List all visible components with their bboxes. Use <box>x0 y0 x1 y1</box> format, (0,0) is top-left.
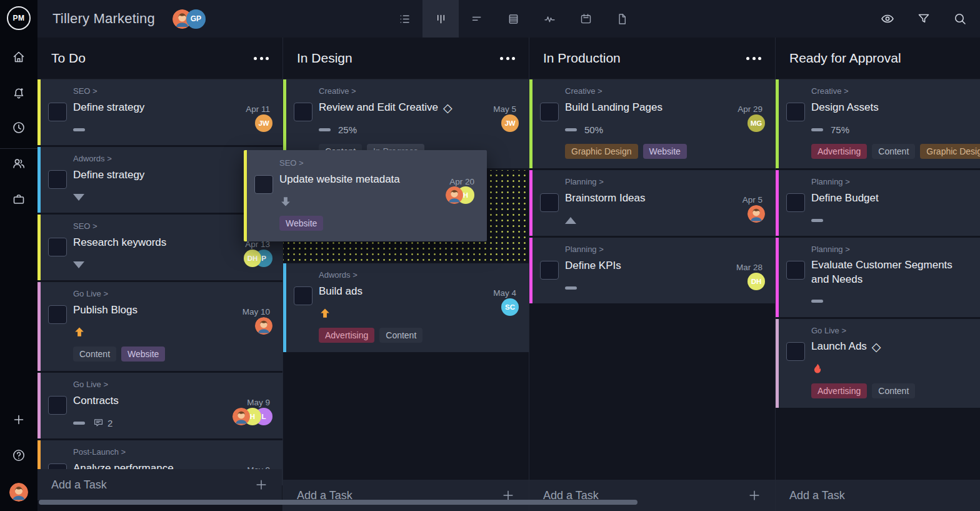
horizontal-scrollbar[interactable] <box>39 500 638 505</box>
task-card[interactable]: Planning >Brainstorm IdeasApr 5 <box>529 170 775 236</box>
priority-icon-low <box>73 261 84 268</box>
add-task-button[interactable]: Add a Task <box>529 480 775 511</box>
task-title: Update website metadata <box>279 173 400 187</box>
task-project-link[interactable]: SEO > <box>73 86 214 96</box>
task-project-link[interactable]: Planning > <box>811 177 952 186</box>
initials-avatar: DH <box>244 250 261 267</box>
notifications-icon[interactable] <box>11 86 26 101</box>
task-checkbox[interactable] <box>786 103 805 121</box>
tab-sheet-view[interactable] <box>495 0 531 38</box>
task-project-link[interactable]: Go Live > <box>73 380 214 389</box>
task-project-link[interactable]: Post-Launch > <box>73 447 214 457</box>
task-card[interactable]: SEO >Define strategyApr 11JW <box>38 79 282 145</box>
task-due-date: May 4 <box>493 288 516 298</box>
task-tag: Content <box>73 347 116 362</box>
task-project-link[interactable]: Creative > <box>319 86 460 96</box>
task-checkbox[interactable] <box>540 261 559 280</box>
tab-board-view[interactable] <box>422 0 459 38</box>
board-column: In ProductionCreative >Build Landing Pag… <box>529 38 776 511</box>
task-checkbox[interactable] <box>540 193 559 212</box>
add-task-label: Add a Task <box>51 478 107 492</box>
task-card[interactable]: Planning >Define Budget <box>776 170 980 236</box>
priority-icon-low <box>279 195 292 208</box>
task-checkbox[interactable] <box>254 175 273 194</box>
column-menu-button[interactable] <box>254 53 269 64</box>
eye-icon[interactable] <box>880 11 895 26</box>
task-title: Define Budget <box>811 191 879 206</box>
plus-icon <box>748 488 761 502</box>
task-title: Launch Ads <box>811 340 867 354</box>
board-view-icon <box>434 13 448 26</box>
add-task-button[interactable]: Add a Task <box>283 480 529 511</box>
tab-gantt-view[interactable] <box>459 0 495 38</box>
priority-icon-high <box>319 307 331 320</box>
task-card[interactable]: Creative >Build Landing PagesApr 2950%Gr… <box>529 79 775 168</box>
initials-avatar: MG <box>748 114 765 132</box>
task-checkbox[interactable] <box>786 193 805 212</box>
search-icon[interactable] <box>952 11 968 26</box>
task-checkbox[interactable] <box>48 396 67 415</box>
add-icon[interactable] <box>11 412 26 427</box>
task-title: Build Landing Pages <box>565 101 662 115</box>
task-project-link[interactable]: Planning > <box>811 245 952 254</box>
task-card[interactable]: Go Live >Launch Ads◇AdvertisingContent <box>776 319 980 408</box>
task-checkbox[interactable] <box>294 286 312 305</box>
task-project-link[interactable]: Creative > <box>565 86 706 96</box>
task-title: Design Assets <box>811 101 879 115</box>
task-project-link[interactable]: Creative > <box>811 86 952 96</box>
filter-icon[interactable] <box>916 11 931 26</box>
document-view-icon <box>616 13 629 26</box>
tab-document-view[interactable] <box>604 0 640 38</box>
task-card[interactable]: Planning >Evaluate Customer Segments and… <box>776 238 980 317</box>
tab-list-view[interactable] <box>386 0 422 38</box>
task-project-link[interactable]: Adwords > <box>319 270 460 280</box>
column-title: In Design <box>297 51 352 66</box>
assignee-avatars: JW <box>501 114 519 132</box>
tab-activity-view[interactable] <box>531 0 568 38</box>
add-task-button[interactable]: Add a Task <box>776 480 980 511</box>
add-task-button[interactable]: Add a Task <box>38 469 282 500</box>
task-project-link[interactable]: Planning > <box>565 245 706 254</box>
task-checkbox[interactable] <box>48 305 67 324</box>
task-title: Publish Blogs <box>73 303 138 318</box>
tab-calendar-view[interactable] <box>568 0 604 38</box>
user-avatar[interactable] <box>9 483 28 502</box>
home-icon[interactable] <box>11 49 26 64</box>
team-icon[interactable] <box>11 156 26 171</box>
sheet-view-icon <box>507 13 520 26</box>
task-checkbox[interactable] <box>48 238 67 256</box>
priority-icon-normal <box>565 286 577 290</box>
task-project-link[interactable]: Planning > <box>565 177 706 186</box>
project-title: Tillery Marketing <box>52 11 155 27</box>
task-checkbox[interactable] <box>540 103 559 121</box>
task-project-link[interactable]: SEO > <box>73 221 214 231</box>
assignee-avatars <box>255 317 272 335</box>
comment-count: 2 <box>92 417 112 429</box>
column-menu-button[interactable] <box>500 53 515 64</box>
task-checkbox[interactable] <box>294 103 312 121</box>
recent-icon[interactable] <box>11 120 26 135</box>
app-logo[interactable]: PM <box>7 6 31 30</box>
help-icon[interactable] <box>11 448 26 463</box>
member-avatar-initials[interactable]: GP <box>186 9 206 29</box>
task-card[interactable]: Go Live >Publish BlogsMay 10ContentWebsi… <box>38 282 282 371</box>
dragged-task-card[interactable]: SEO >Update website metadataApr 20Websit… <box>244 150 487 241</box>
task-project-link[interactable]: Adwords > <box>73 154 214 163</box>
photo-avatar <box>748 205 765 223</box>
task-card[interactable]: Go Live >ContractsMay 92HL <box>38 373 282 438</box>
task-checkbox[interactable] <box>48 103 67 121</box>
task-checkbox[interactable] <box>786 261 805 280</box>
task-card[interactable]: Creative >Design Assets75%AdvertisingCon… <box>776 79 980 168</box>
task-card[interactable]: Planning >Define KPIsMar 28DH <box>529 238 775 303</box>
column-menu-button[interactable] <box>746 53 761 64</box>
task-card[interactable]: Adwords >Build adsMay 4AdvertisingConten… <box>283 263 529 352</box>
portfolio-icon[interactable] <box>11 192 26 207</box>
add-task-label: Add a Task <box>789 489 845 502</box>
task-project-link[interactable]: Go Live > <box>811 326 952 335</box>
task-title: Review and Edit Creative <box>319 101 438 115</box>
task-project-link[interactable]: SEO > <box>279 158 418 168</box>
task-tag: Content <box>379 328 422 343</box>
task-checkbox[interactable] <box>786 342 805 361</box>
task-checkbox[interactable] <box>48 170 67 189</box>
task-project-link[interactable]: Go Live > <box>73 289 214 298</box>
